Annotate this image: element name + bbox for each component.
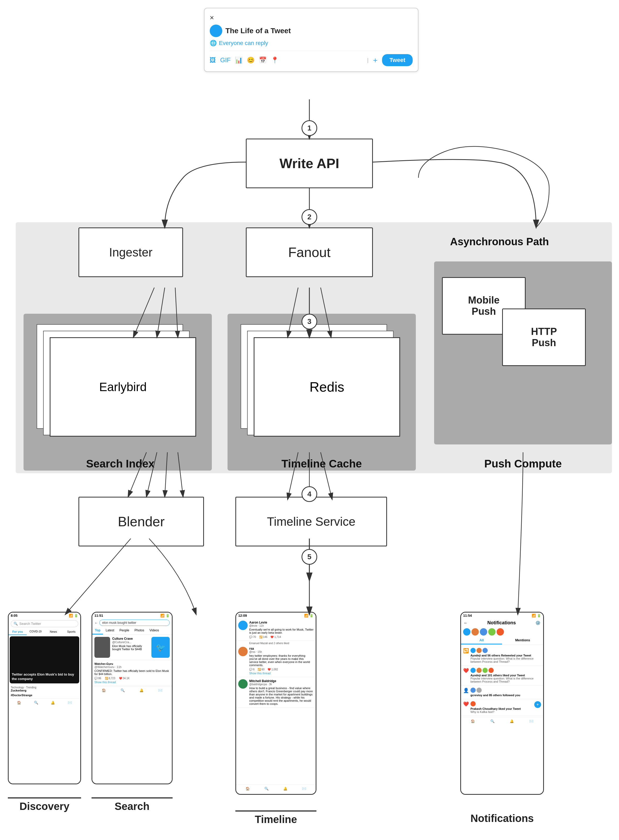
timeline-service-box: Timeline Service	[235, 497, 387, 546]
timeline-tweet-2-handle: @rss · 15h	[249, 651, 314, 653]
search-twitter-logo: 🐦	[151, 637, 170, 658]
search-result-1-text: Elon Musk has officially bought Twitter …	[112, 645, 150, 651]
search-tab-photos[interactable]: Photos	[132, 627, 147, 634]
timeline-tweet-1-user: Aaron Levie	[249, 621, 314, 624]
timeline-tweet-1-actions: 💬 70🔁 146❤️ 1,714	[249, 636, 314, 639]
search-icon-disc[interactable]: 🔍	[34, 701, 38, 704]
async-path-label: Asynchronous Path	[444, 235, 555, 248]
heart-icon-notif2: ❤️	[463, 701, 469, 707]
notif-header: ← Notifications ⚙️	[461, 619, 543, 627]
home-icon-search[interactable]: 🏠	[102, 688, 106, 692]
search-result-2-actions: 💬 86🔁 8,723❤️ 34.1K	[94, 677, 170, 680]
step-5-circle: 5	[302, 549, 317, 565]
back-icon[interactable]: ←	[94, 621, 98, 625]
add-notif-button[interactable]: +	[534, 701, 541, 708]
search-icon-tl[interactable]: 🔍	[265, 787, 269, 791]
timeline-label: Timeline	[255, 813, 297, 825]
search-status-bar: 11:51 📶 🔋	[92, 613, 172, 619]
show-thread-1[interactable]: Show this thread	[94, 680, 170, 684]
timeline-tweet-2: rsa @rss · 15h hey twitter employees: th…	[236, 645, 315, 677]
search-label-line	[91, 797, 173, 798]
add-icon[interactable]: ＋	[372, 55, 379, 65]
mail-icon-notif[interactable]: ✉️	[529, 719, 534, 723]
search-input-display[interactable]: elon musk bought twitter	[99, 620, 170, 626]
image-icon[interactable]: 🖼	[210, 57, 216, 64]
search-result-2-text: CONFIRMED: Twitter has officially been s…	[94, 669, 170, 676]
bell-icon-search[interactable]: 🔔	[139, 688, 144, 692]
home-icon-disc[interactable]: 🏠	[17, 701, 21, 704]
discovery-tab-news[interactable]: News	[45, 629, 63, 635]
timeline-tweet-2-user: rsa	[249, 647, 314, 651]
emoji-icon[interactable]: 😊	[247, 57, 255, 64]
notif-avatar-3	[480, 628, 487, 636]
home-icon-tl[interactable]: 🏠	[245, 787, 250, 791]
mail-icon-disc[interactable]: ✉️	[68, 701, 72, 704]
divider-icon: |	[367, 57, 368, 63]
search-tab-latest[interactable]: Latest	[103, 627, 117, 634]
bell-icon-disc[interactable]: 🔔	[51, 701, 55, 704]
search-result-1-user: Culture Crave	[112, 637, 150, 640]
timeline-tweet-1-text: Eventually we're all going to work for M…	[249, 628, 314, 634]
search-phone-screen: 11:51 📶 🔋 ← elon musk bought twitter Top…	[92, 613, 172, 783]
tweet-title-text: The Life of a Tweet	[226, 27, 291, 35]
retweet-icon-1: 🔁	[463, 648, 469, 663]
discovery-tab-foryou[interactable]: For you	[9, 629, 27, 635]
bell-icon-tl[interactable]: 🔔	[283, 787, 287, 791]
timeline-cache-label: Timeline Cache	[235, 458, 408, 470]
schedule-icon[interactable]: 📅	[259, 57, 267, 64]
location-icon[interactable]: 📍	[271, 57, 279, 64]
discovery-label: Discovery	[19, 801, 69, 812]
notif-avatar-2	[471, 628, 479, 636]
close-icon[interactable]: ×	[210, 13, 214, 22]
search-icon-search[interactable]: 🔍	[121, 688, 125, 692]
notif-avatar-1	[463, 628, 471, 636]
mail-icon-tl[interactable]: ✉️	[302, 787, 306, 791]
notif-tab-mentions[interactable]: Mentions	[502, 637, 543, 645]
notif-avatar-4	[488, 628, 496, 636]
timeline-tweet-3-avatar	[238, 679, 248, 689]
reply-label: Everyone can reply	[219, 40, 268, 46]
search-bottom-nav: 🏠 🔍 🔔 ✉️	[92, 686, 172, 694]
search-icon-notif[interactable]: 🔍	[490, 719, 495, 723]
show-thread-2[interactable]: Show this thread	[249, 671, 314, 675]
timeline-tweet-3-user: Mitchell Baldridge	[249, 679, 314, 683]
notifications-phone: 11:54 📶 🔋 ← Notifications ⚙️ All Mention…	[460, 612, 544, 795]
bell-icon-notif[interactable]: 🔔	[510, 719, 514, 723]
timeline-phone: 12:09 📶 🔋 Aaron Levie @levie · 11h Event…	[235, 612, 316, 795]
search-result-1: Culture Crave @CultureCra... Elon Musk h…	[92, 635, 172, 660]
notif-item-4: ❤️ Prakash Choudhary liked your Tweet Wh…	[461, 699, 543, 716]
step-3-circle: 3	[302, 314, 317, 330]
reply-icon: 🌐	[210, 40, 217, 46]
notif-item-1-content: Ayodeji and 56 others Retweeted your Twe…	[471, 648, 541, 663]
discovery-tab-covid[interactable]: COVID-19	[27, 629, 45, 635]
diagram-container: × The Life of a Tweet 🌐 Everyone can rep…	[0, 0, 619, 840]
timeline-tweet-2-actions: 💬 6🔁 60❤️ 1,082	[249, 668, 314, 671]
timeline-tweet-1-handle: @levie · 11h	[249, 624, 314, 627]
notif-bottom-nav: 🏠 🔍 🔔 ✉️	[461, 717, 543, 725]
discovery-search-bar[interactable]: 🔍 Search Twitter	[9, 619, 80, 629]
chart-icon[interactable]: 📊	[235, 57, 243, 64]
push-compute-label: Push Compute	[434, 458, 612, 470]
tweet-button[interactable]: Tweet	[382, 54, 413, 66]
timeline-phone-screen: 12:09 📶 🔋 Aaron Levie @levie · 11h Event…	[236, 613, 315, 794]
search-tab-top[interactable]: Top	[92, 627, 103, 634]
tweet-compose-title: The Life of a Tweet	[210, 25, 413, 37]
tweet-avatar	[210, 25, 222, 37]
search-label: Search	[115, 801, 150, 812]
discovery-tab-sports[interactable]: Sports	[63, 629, 81, 635]
gif-icon[interactable]: GIF	[220, 57, 231, 64]
notif-tab-all[interactable]: All	[461, 637, 502, 645]
timeline-label-line	[235, 810, 316, 812]
search-phone: 11:51 📶 🔋 ← elon musk bought twitter Top…	[91, 612, 173, 784]
search-tab-people[interactable]: People	[117, 627, 132, 634]
home-icon-notif[interactable]: 🏠	[471, 719, 475, 723]
discovery-bottom-nav: 🏠 🔍 🔔 ✉️	[9, 698, 80, 707]
search-tab-videos[interactable]: Videos	[147, 627, 161, 634]
timeline-tweet-1: Aaron Levie @levie · 11h Eventually we'r…	[236, 619, 315, 641]
tweet-compose-box: × The Life of a Tweet 🌐 Everyone can rep…	[204, 8, 419, 72]
mail-icon-search[interactable]: ✉️	[158, 688, 162, 692]
timeline-bottom-nav: 🏠 🔍 🔔 ✉️	[236, 784, 315, 793]
notif-settings-icon[interactable]: ⚙️	[535, 621, 541, 625]
step-1-circle: 1	[302, 120, 317, 136]
notif-back-icon[interactable]: ←	[464, 621, 468, 625]
